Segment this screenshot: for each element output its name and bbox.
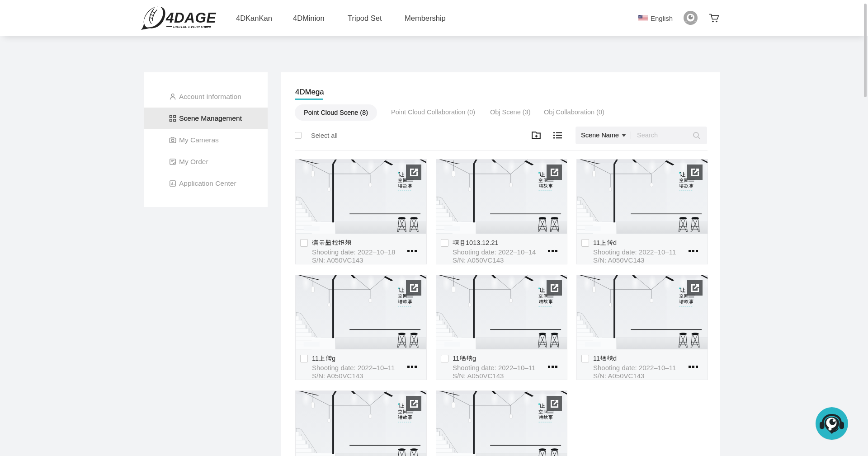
svg-text:DIGITAL EVERYTHING: DIGITAL EVERYTHING [173, 25, 212, 29]
svg-text:4DAGE: 4DAGE [165, 9, 217, 26]
